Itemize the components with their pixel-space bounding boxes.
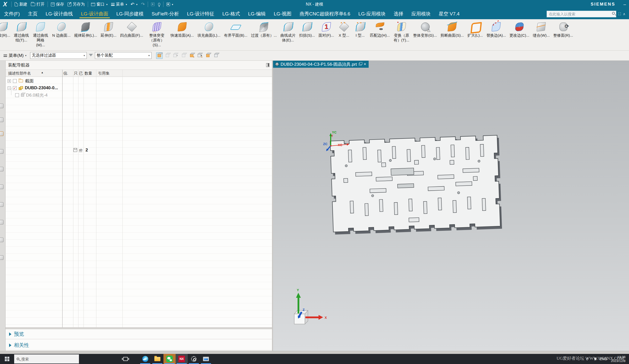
snap-option-button-7[interactable] bbox=[213, 52, 219, 59]
window-menu-button[interactable]: 窗口▾ bbox=[89, 1, 109, 8]
tab-application-module[interactable]: 应用模块 bbox=[407, 9, 435, 19]
snap-point-button[interactable] bbox=[156, 52, 163, 59]
tab-lg-design-surface[interactable]: LG-设计曲面 bbox=[77, 9, 112, 19]
manufacturing-wizard-icon[interactable] bbox=[0, 238, 4, 242]
roles-icon[interactable] bbox=[0, 255, 4, 260]
constraint-navigator-icon[interactable] bbox=[0, 118, 4, 122]
ribbon-button-transition[interactable]: 过渡（原有）... bbox=[249, 20, 279, 38]
ribbon-button-global-shaping[interactable]: 整体突变（原有）(S)... bbox=[145, 20, 169, 48]
tree-row-component[interactable]: D6.0精光-4 bbox=[6, 92, 272, 99]
tree-item-label[interactable]: D6.0精光-4 bbox=[26, 92, 48, 98]
web-browser-icon[interactable] bbox=[0, 185, 4, 189]
clock[interactable]: 13:38 2023/12/8 bbox=[611, 355, 625, 363]
graphics-viewport[interactable]: YC Y ZC XC Y X Z DUB bbox=[273, 61, 629, 351]
menu-button[interactable]: 菜单(M)▾ bbox=[2, 52, 28, 59]
nx-taskbar-button[interactable]: NX bbox=[176, 354, 188, 364]
voice-command-button[interactable] bbox=[156, 1, 162, 8]
tab-home[interactable]: 主页 bbox=[24, 9, 41, 19]
command-search-input[interactable] bbox=[547, 11, 616, 17]
tab-lg-edit[interactable]: LG-编辑 bbox=[244, 9, 270, 19]
process-studio-icon[interactable] bbox=[0, 220, 4, 224]
reuse-library-icon[interactable] bbox=[0, 149, 4, 154]
ribbon-button-match-edge[interactable]: 匹配边(H)... bbox=[368, 20, 391, 38]
ribbon-button-trim-sheet[interactable]: 剪断曲面(S)... bbox=[439, 20, 466, 38]
hd3d-tools-icon[interactable] bbox=[0, 167, 4, 171]
section-separator[interactable] bbox=[6, 327, 272, 329]
nx-logo-icon[interactable]: X bbox=[0, 0, 10, 9]
expand-icon[interactable]: + bbox=[8, 79, 11, 83]
selection-scope-dropdown[interactable]: 整个装配▾ bbox=[95, 52, 152, 59]
checkbox-unchecked[interactable] bbox=[13, 79, 17, 83]
tab-yanxiu-cnc[interactable]: 燕秀CNC超级程序单6.6 bbox=[296, 9, 354, 19]
volume-icon[interactable] bbox=[594, 357, 596, 360]
snap-option-button-3[interactable] bbox=[180, 52, 187, 59]
history-icon[interactable] bbox=[0, 202, 4, 207]
column-name[interactable]: 描述性部件名 bbox=[8, 71, 31, 76]
checkbox-checked[interactable]: ✓ bbox=[13, 86, 17, 90]
tab-lg-view[interactable]: LG-视图 bbox=[270, 9, 296, 19]
dependencies-section-header[interactable]: 相关性 bbox=[6, 340, 272, 350]
tab-lg-sync-modeling[interactable]: LG-同步建模 bbox=[112, 9, 148, 19]
snap-option-button-4[interactable]: + bbox=[188, 52, 195, 59]
column-divider[interactable] bbox=[62, 70, 62, 328]
ribbon-button-extension[interactable]: 延伸(E)... bbox=[99, 20, 118, 38]
ribbon-button-law-extension[interactable]: 规律延伸(L)... bbox=[72, 20, 99, 38]
edge-taskbar-button[interactable] bbox=[139, 354, 151, 364]
new-file-button[interactable]: 新建 bbox=[13, 1, 29, 8]
open-file-button[interactable]: 打开 bbox=[29, 1, 46, 8]
sort-ascending-icon[interactable]: ▲ bbox=[41, 71, 44, 74]
preview-section-header[interactable]: 预览 bbox=[6, 329, 272, 339]
tab-select[interactable]: 选择 bbox=[390, 9, 407, 19]
ribbon-button-refurbish-face[interactable]: 整修面(R)... bbox=[552, 20, 575, 38]
column-modified[interactable]: 已 bbox=[79, 71, 83, 76]
taskbar-search-input[interactable] bbox=[21, 357, 67, 361]
input-language[interactable]: ENG bbox=[600, 357, 607, 361]
menu-button-top[interactable]: 菜单▾ bbox=[109, 1, 129, 8]
undo-button[interactable]: ↶▾ bbox=[129, 1, 139, 8]
ribbon-button-fill-surface[interactable]: 填充曲面(L)... bbox=[196, 20, 222, 38]
checkbox-unchecked[interactable] bbox=[15, 93, 19, 97]
tab-xingkong[interactable]: 星空 V7.4 bbox=[435, 9, 464, 19]
ribbon-button-enlarge[interactable]: 扩大(L)... bbox=[466, 20, 485, 38]
filter-funnel-icon[interactable] bbox=[89, 54, 93, 56]
close-tab-icon[interactable]: × bbox=[364, 62, 366, 66]
search-icon[interactable] bbox=[612, 12, 615, 15]
tab-lg-application[interactable]: LG-应用模块 bbox=[354, 9, 390, 19]
tree-item-label[interactable]: 截面 bbox=[25, 78, 34, 84]
tab-sufier-analysis[interactable]: SuFieR-分析 bbox=[148, 9, 183, 19]
panel-dock-icon[interactable] bbox=[266, 63, 269, 67]
file-explorer-taskbar-button[interactable] bbox=[151, 354, 163, 364]
task-view-button[interactable] bbox=[119, 354, 132, 364]
ribbon-button-i-form[interactable]: I 型... bbox=[352, 20, 368, 38]
fullscreen-icon[interactable]: ⛶ bbox=[618, 12, 621, 16]
minimize-ribbon-icon[interactable]: ∧ bbox=[623, 12, 625, 16]
save-as-button[interactable]: 另存为 bbox=[66, 1, 87, 8]
network-icon[interactable] bbox=[587, 357, 590, 360]
selection-filter-dropdown[interactable]: 无选择过滤器▾ bbox=[30, 52, 87, 59]
settings-taskbar-button[interactable] bbox=[188, 354, 200, 364]
ribbon-button-rapid-surfacing[interactable]: 快速造面(A)... bbox=[169, 20, 196, 38]
tab-lg-design-feature[interactable]: LG-设计特征 bbox=[183, 9, 218, 19]
save-button[interactable]: 保存 bbox=[49, 1, 66, 8]
minimize-button[interactable]: – bbox=[623, 0, 626, 9]
tab-file[interactable]: 文件(F) bbox=[0, 9, 24, 19]
column-refset[interactable]: 引用集 bbox=[98, 71, 110, 76]
ribbon-button-change-edge[interactable]: 更改边(C)... bbox=[508, 20, 531, 38]
restore-window-icon[interactable] bbox=[359, 63, 362, 65]
ribbon-button-swept[interactable]: 扫掠(S)... bbox=[297, 20, 317, 38]
ribbon-button-ruled[interactable]: 直纹(R)... bbox=[0, 20, 12, 38]
fixture-plate-model[interactable] bbox=[330, 135, 500, 232]
tree-row-assembly-root[interactable]: − ✓ DUBD-23040-0... bbox=[6, 84, 272, 92]
collapse-icon[interactable]: − bbox=[8, 86, 11, 90]
part-navigator-icon[interactable] bbox=[0, 131, 4, 136]
ribbon-button-through-curves[interactable]: 通过曲线组(T)... bbox=[12, 20, 31, 43]
snap-option-button-1[interactable] bbox=[164, 52, 171, 59]
taskbar-search[interactable] bbox=[14, 354, 79, 363]
ribbon-button-replace-edge[interactable]: 替换边(A)... bbox=[485, 20, 508, 38]
ribbon-button-through-curve-mesh[interactable]: 通过曲线网格(M)... bbox=[31, 20, 50, 48]
ribbon-button-transform[interactable]: 变换（原有）(T)... bbox=[392, 20, 411, 43]
ribbon-button-x-form[interactable]: X 型... bbox=[336, 20, 352, 38]
ribbon-button-face-pair[interactable]: 面对(F)... bbox=[317, 20, 336, 38]
column-count[interactable]: 数量 bbox=[85, 71, 92, 76]
monitor-app-taskbar-button[interactable] bbox=[200, 354, 212, 364]
